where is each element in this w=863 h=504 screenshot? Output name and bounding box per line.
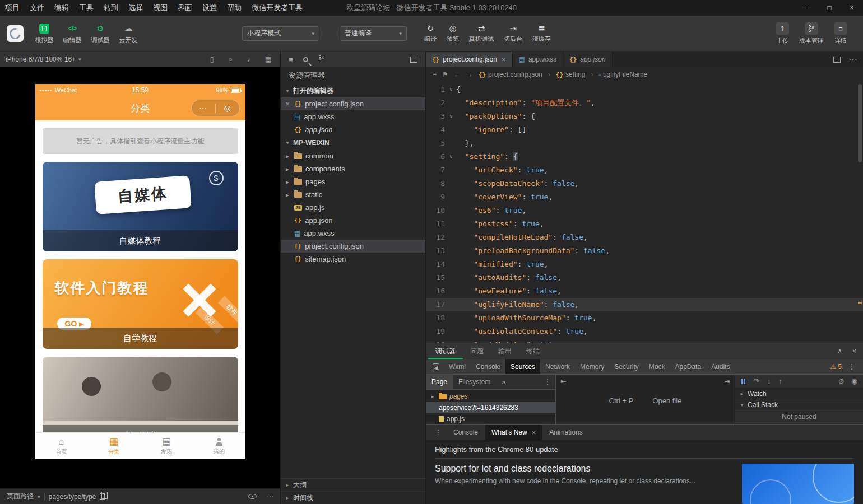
devtools-tab-mock[interactable]: Mock (644, 359, 670, 374)
editor-more-icon[interactable]: ⋯ (848, 54, 857, 65)
search-icon[interactable] (303, 57, 308, 62)
menu-item[interactable]: 视图 (148, 0, 173, 16)
file-item[interactable]: {}project.config.json (281, 240, 425, 253)
code-line[interactable]: 14 "minified": true, (426, 258, 863, 271)
code-line[interactable]: 12 "compileHotReLoad": false, (426, 231, 863, 244)
drawer-menu-icon[interactable]: ⋮ (430, 428, 446, 436)
step-into-icon[interactable]: ↓ (767, 377, 771, 385)
git-branch-icon[interactable] (318, 55, 325, 64)
code-line[interactable]: 2 "description": "项目配置文件。", (426, 96, 863, 110)
maximize-icon[interactable]: □ (818, 0, 841, 16)
section-header[interactable]: ▾打开的编辑器 (281, 84, 425, 97)
forward-icon[interactable]: → (466, 71, 473, 78)
pause-icon[interactable] (741, 379, 745, 384)
code-line[interactable]: 18 "uploadWithSourceMap": true, (426, 311, 863, 325)
code-line[interactable]: 8 "scopeDataCheck": false, (426, 177, 863, 190)
chevron-right-icon[interactable]: ▸ (284, 178, 291, 186)
tab-profile[interactable]: 我的 (193, 433, 245, 459)
breadcrumb-setting[interactable]: {} setting (556, 71, 586, 78)
drawer-tab-console[interactable]: Console (447, 425, 484, 440)
category-card-media[interactable]: $ 自媒体 自媒体教程 (43, 162, 238, 251)
record-icon[interactable]: ○ (228, 55, 232, 63)
minimize-icon[interactable]: ─ (796, 0, 818, 16)
code-line[interactable]: 17 "uglifyFileName": false, (426, 298, 863, 311)
code-line[interactable]: 11 "postcss": true, (426, 217, 863, 231)
rotate-device-icon[interactable]: ▯ (210, 55, 214, 63)
menu-item[interactable]: 转到 (99, 0, 123, 16)
step-out-icon[interactable]: ↑ (778, 377, 782, 385)
close-tab-icon[interactable]: × (532, 428, 536, 437)
chevron-right-icon[interactable]: ▸ (284, 191, 291, 199)
code-line[interactable]: 20 "nodeModules": false, (426, 338, 863, 343)
close-tab-icon[interactable]: × (502, 55, 506, 64)
compile-button[interactable]: ↻ 编译 (419, 24, 442, 43)
menu-item[interactable]: 微信开发者工具 (247, 0, 308, 16)
clear-cache-button[interactable]: ≣ 清缓存 (527, 24, 556, 43)
file-item[interactable]: ▸components (281, 162, 425, 175)
devtools-tab-appdata[interactable]: AppData (670, 359, 706, 374)
menu-item[interactable]: 项目 (0, 0, 25, 16)
close-icon[interactable]: × (841, 0, 863, 16)
device-selector[interactable]: iPhone 6/7/8 100% 16+ (6, 55, 76, 63)
collapsed-section[interactable]: ▸时间线 (281, 491, 425, 504)
devtools-tab-security[interactable]: Security (609, 359, 643, 374)
devtools-tab-console[interactable]: Console (471, 359, 505, 374)
section-header[interactable]: ▾MP-WEIXIN (281, 136, 425, 150)
menu-item[interactable]: 帮助 (222, 0, 247, 16)
bookmark-icon[interactable]: ⚑ (442, 71, 448, 78)
inspect-element-icon[interactable] (433, 363, 439, 370)
file-item[interactable]: ▸static (281, 188, 425, 201)
scrollbar-thumb[interactable] (858, 84, 862, 162)
menu-item[interactable]: 选择 (123, 0, 148, 16)
background-switch-button[interactable]: ⇥ 切后台 (499, 24, 527, 43)
tab-app-json[interactable]: {} app.json (563, 52, 613, 67)
split-editor-icon[interactable] (833, 57, 841, 63)
more-icon[interactable]: ⋯ (267, 493, 273, 501)
code-editor[interactable]: 1∨{2 "description": "项目配置文件。",3∨ "packOp… (426, 82, 863, 343)
page-path-selector[interactable]: 页面路径 (7, 492, 34, 501)
devtools-tab-wxml[interactable]: Wxml (444, 359, 471, 374)
copy-icon[interactable] (100, 493, 105, 500)
devtools-tab-audits[interactable]: Audits (706, 359, 735, 374)
callstack-section[interactable]: ▾ Call Stack (735, 399, 863, 410)
tab-home[interactable]: ⌂ 首页 (35, 433, 88, 459)
open-file-link[interactable]: Open file (652, 396, 681, 405)
compile-mode-select[interactable]: 普通编译 ▾ (340, 26, 407, 41)
devtools-menu-icon[interactable]: ⋮ (848, 363, 855, 371)
simulator-toggle-button[interactable]: 模拟器 (30, 23, 58, 44)
upload-button[interactable]: ↥ 上传 (768, 22, 797, 45)
collapse-panel-icon[interactable]: ∧ (837, 347, 842, 355)
panel-tab-debugger[interactable]: 调试器 (428, 343, 463, 359)
toggle-panel-icon[interactable] (410, 57, 417, 63)
deactivate-breakpoints-icon[interactable]: ⊘ (838, 377, 845, 385)
menu-item[interactable]: 界面 (173, 0, 197, 16)
file-item[interactable]: ▸pages (281, 175, 425, 188)
eye-icon[interactable] (248, 494, 257, 499)
sources-tree-item[interactable]: app.js (426, 413, 555, 424)
tab-category[interactable]: ▦ 分类 (87, 433, 140, 459)
fold-icon[interactable]: ∨ (446, 83, 456, 96)
preview-button[interactable]: ◎ 预览 (442, 24, 464, 43)
devtools-tab-memory[interactable]: Memory (575, 359, 609, 374)
capsule-more-icon[interactable]: ⋯ (192, 104, 215, 112)
code-line[interactable]: 15 "autoAudits": false, (426, 271, 863, 284)
menu-item[interactable]: 编辑 (49, 0, 74, 16)
file-item[interactable]: {}app.json (281, 123, 425, 136)
sound-icon[interactable]: ♪ (247, 55, 250, 63)
menu-icon[interactable]: ≡ (289, 55, 293, 64)
tab-project-config-json[interactable]: {} project.config.json × (426, 52, 513, 67)
cloud-dev-button[interactable]: ☁ 云开发 (114, 23, 142, 44)
remote-debug-button[interactable]: ⇄ 真机调试 (464, 24, 499, 43)
code-line[interactable]: 3∨ "packOptions": { (426, 110, 863, 123)
warning-badge[interactable]: ⚠5 (830, 363, 842, 371)
file-item[interactable]: ▤app.wxss (281, 227, 425, 240)
sources-tab-filesystem[interactable]: Filesystem (453, 375, 496, 389)
code-line[interactable]: 1∨{ (426, 83, 863, 96)
sources-tree-item[interactable]: ▸pages (426, 391, 555, 402)
details-button[interactable]: ≡ 详情 (826, 22, 855, 45)
chevron-right-icon[interactable]: ▸ (284, 165, 291, 173)
devtools-tab-sources[interactable]: Sources (505, 359, 540, 374)
file-item[interactable]: JSapp.js (281, 201, 425, 214)
collapsed-section[interactable]: ▸大纲 (281, 478, 425, 491)
back-icon[interactable]: ← (454, 71, 461, 78)
